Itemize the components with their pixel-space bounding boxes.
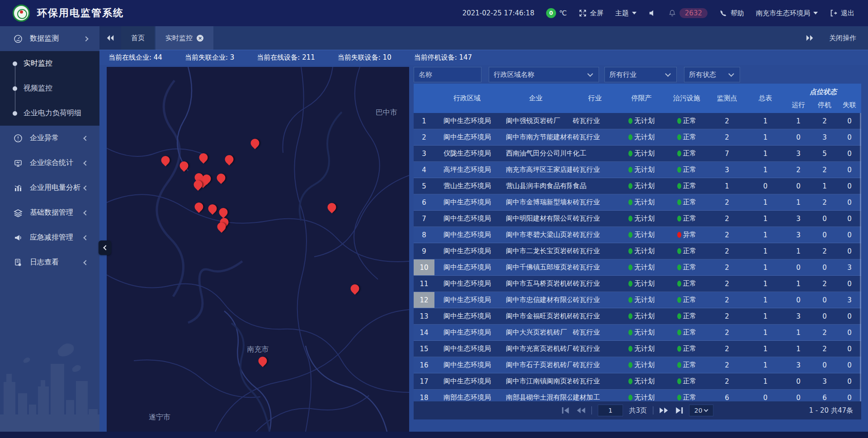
industry-select[interactable]: 所有行业 <box>604 67 677 82</box>
cell-region: 阆中生态环境局 <box>434 296 500 304</box>
cell-stop-count: 0 <box>811 215 838 223</box>
sidebar-group-应急减排管理[interactable]: 应急减排管理 <box>0 225 99 250</box>
table-row[interactable]: 15 阆中生态环境局 阆中市光富页岩机砖厂 砖瓦行业 无计划 正常 2 1 1 … <box>414 341 861 357</box>
page-size-select[interactable]: 20 <box>689 405 713 416</box>
cell-company: 阆中市五马桥页岩机砖 <box>500 279 572 288</box>
status-dot-icon <box>677 281 681 287</box>
table-row[interactable]: 7 阆中生态环境局 阆中明阳建材有限公司 砖瓦行业 无计划 正常 2 1 3 0… <box>414 211 861 227</box>
next-page-button[interactable] <box>659 407 668 414</box>
status-dot-icon <box>677 395 681 400</box>
cell-company: 南部县砌华土混有限公 <box>500 393 572 401</box>
sidebar-group-企业综合统计[interactable]: 企业综合统计 <box>0 151 99 175</box>
map-panel[interactable]: 巴中市南充市遂宁市 <box>107 67 409 432</box>
cell-region: 阆中生态环境局 <box>434 231 500 239</box>
cell-monitor-count: 2 <box>708 280 745 288</box>
tab-realtime-monitoring[interactable]: 实时监控 × <box>156 26 213 50</box>
sidebar-group-企业用电量分析[interactable]: 企业用电量分析 <box>0 175 99 200</box>
column-header-region: 行政区域 <box>434 84 500 113</box>
status-dot-icon <box>628 167 632 173</box>
row-number: 6 <box>414 194 434 210</box>
chevron-down-icon <box>83 36 88 41</box>
table-row[interactable]: 13 阆中生态环境局 阆中市金福旺页岩机砖 砖瓦行业 无计划 正常 2 1 3 … <box>414 308 861 325</box>
cell-stop-count: 5 <box>811 150 838 158</box>
row-number: 1 <box>414 113 434 129</box>
status-dot-icon <box>628 183 632 189</box>
table-row[interactable]: 16 阆中生态环境局 阆中市石子页岩机砖厂 砖瓦行业 无计划 正常 2 1 3 … <box>414 357 861 373</box>
table-row[interactable]: 6 阆中生态环境局 阆中市金博瑞新型墙材 砖瓦行业 无计划 正常 2 1 1 2… <box>414 194 861 211</box>
stat-item: 当前失联企业: 3 <box>185 53 234 62</box>
chevron-left-icon <box>83 235 88 240</box>
cell-facility-status: 正常 <box>665 182 708 190</box>
previous-page-button[interactable] <box>576 407 585 414</box>
chevrons-right-icon[interactable] <box>806 35 814 41</box>
city-label-巴中市: 巴中市 <box>376 108 397 117</box>
cell-limit-status: 无计划 <box>618 231 665 239</box>
status-dot-icon <box>677 264 681 270</box>
cell-industry: 砖瓦行业 <box>572 377 618 386</box>
last-page-button[interactable] <box>674 407 683 414</box>
cell-run-count: 0 <box>785 264 811 272</box>
user-org-dropdown[interactable]: 南充市生态环境局 <box>756 9 818 18</box>
table-row[interactable]: 4 高坪生态环境局 南充市高坪区王家店建 砖瓦行业 无计划 正常 3 1 2 2… <box>414 162 861 178</box>
logout-button[interactable]: 退出 <box>830 9 854 18</box>
table-row[interactable]: 2 阆中生态环境局 阆中市南方节能建材有 砖瓦行业 无计划 正常 2 1 0 3… <box>414 129 861 146</box>
speaker-muted-icon <box>648 9 656 17</box>
table-row[interactable]: 3 仪陇生态环境局 西南油气田分公司川中 化工 无计划 正常 7 1 3 5 0 <box>414 146 861 162</box>
name-search-input[interactable] <box>414 67 481 82</box>
sidebar-group-日志查看[interactable]: 日志查看 <box>0 250 99 275</box>
theme-dropdown[interactable]: 主题 <box>615 9 637 18</box>
sidebar-item-视频监控[interactable]: 视频监控 <box>0 76 99 101</box>
column-header-industry: 行业 <box>572 84 618 113</box>
table-row[interactable]: 9 阆中生态环境局 阆中市二龙长宝页岩砖 砖瓦行业 无计划 正常 2 1 1 2… <box>414 243 861 259</box>
table-row[interactable]: 1 阆中生态环境局 阆中强锐页岩砖厂 砖瓦行业 无计划 正常 2 1 1 2 0 <box>414 113 861 129</box>
table-row[interactable]: 5 营山生态环境局 营山县润丰肉食品有限 食品 无计划 正常 1 0 0 1 0 <box>414 178 861 194</box>
cell-meter-count: 1 <box>745 361 785 369</box>
sidebar-item-实时监控[interactable]: 实时监控 <box>0 51 99 76</box>
cell-meter-count: 1 <box>745 133 785 141</box>
table-row[interactable]: 10 阆中生态环境局 阆中千佛镇五郎垭页岩 砖瓦行业 无计划 正常 2 1 0 … <box>414 259 861 276</box>
status-select[interactable]: 所有状态 <box>684 67 740 82</box>
help-button[interactable]: 帮助 <box>719 9 744 18</box>
table-row[interactable]: 14 阆中生态环境局 阆中大兴页岩机砖厂 砖瓦行业 无计划 正常 2 1 1 2… <box>414 325 861 341</box>
cell-lost-count: 0 <box>838 182 861 190</box>
cell-facility-status: 正常 <box>665 198 708 207</box>
cell-facility-status: 正常 <box>665 377 708 386</box>
row-number: 9 <box>414 243 434 259</box>
sidebar-item-企业电力负荷明细[interactable]: 企业电力负荷明细 <box>0 101 99 126</box>
cell-industry: 砖瓦行业 <box>572 361 618 369</box>
cell-meter-count: 1 <box>745 117 785 125</box>
fullscreen-button[interactable]: 全屏 <box>579 9 604 18</box>
table-row[interactable]: 8 阆中生态环境局 阆中市枣碧大梁山页岩 砖瓦行业 无计划 异常 2 1 3 0… <box>414 227 861 243</box>
tabs-scroll-left-button[interactable] <box>99 26 121 50</box>
tab-home[interactable]: 首页 <box>121 26 155 50</box>
region-select[interactable]: 行政区域名称 <box>489 67 599 82</box>
cell-company: 阆中市石子页岩机砖厂 <box>500 361 572 369</box>
sidebar-group-基础数据管理[interactable]: 基础数据管理 <box>0 200 99 225</box>
first-page-button[interactable] <box>561 407 571 414</box>
notifications[interactable]: 2632 <box>668 8 708 18</box>
table-row[interactable]: 11 阆中生态环境局 阆中市五马桥页岩机砖 砖瓦行业 无计划 正常 2 1 1 … <box>414 276 861 292</box>
tab-close-icon[interactable]: × <box>197 35 203 42</box>
cell-facility-status: 正常 <box>665 279 708 288</box>
cell-industry: 建材加工 <box>572 393 618 401</box>
cell-run-count: 3 <box>785 215 811 223</box>
sidebar-group-企业异常[interactable]: 企业异常 <box>0 126 99 151</box>
chevron-left-icon <box>83 136 88 141</box>
column-header-facility: 治污设施 <box>665 84 708 113</box>
table-row[interactable]: 18 南部生态环境局 南部县砌华土混有限公 建材加工 无计划 正常 6 0 0 … <box>414 390 861 401</box>
table-row[interactable]: 17 阆中生态环境局 阆中市江南镇阆南页岩 砖瓦行业 无计划 正常 2 1 0 … <box>414 373 861 390</box>
notification-count-badge: 2632 <box>679 8 708 18</box>
mute-button[interactable] <box>648 9 656 17</box>
close-operations-button[interactable]: 关闭操作 <box>829 34 856 42</box>
cell-industry: 砖瓦行业 <box>572 214 618 223</box>
cell-monitor-count: 2 <box>708 312 745 320</box>
cell-facility-status: 异常 <box>665 231 708 239</box>
map-collapse-toggle[interactable] <box>99 240 111 255</box>
column-group-point-status: 点位状态 运行 停机 失联 <box>785 84 861 113</box>
cell-limit-status: 无计划 <box>618 377 665 386</box>
page-number-input[interactable] <box>598 405 623 416</box>
sidebar-group-数据监测[interactable]: 数据监测 <box>0 26 99 51</box>
chevron-left-icon <box>83 160 88 165</box>
table-row[interactable]: 12 阆中生态环境局 阆中市忠信建材有限公 砖瓦行业 无计划 正常 2 1 0 … <box>414 292 861 308</box>
cell-limit-status: 无计划 <box>618 182 665 190</box>
